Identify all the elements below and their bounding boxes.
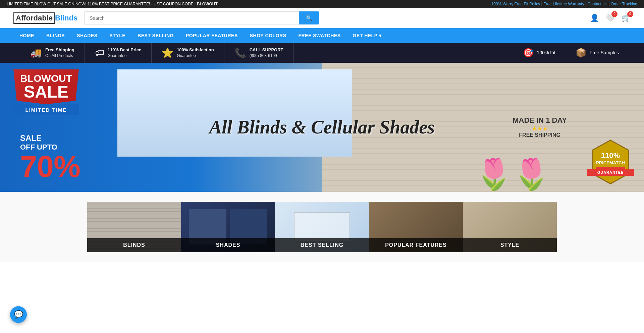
- feature-call-line2: (800) 863-6109: [250, 53, 283, 59]
- truck-icon: 🚚: [30, 47, 42, 58]
- free-shipping-label: FREE SHIPPING: [513, 132, 567, 138]
- price-tag-icon: 🏷: [95, 47, 104, 58]
- worry-free-link[interactable]: 100% Worry Free Fit Policy: [491, 2, 540, 6]
- blinds-label: BLINDS: [87, 238, 181, 252]
- features-right: 🎯 100% Fit 📦 Free Samples: [518, 44, 624, 62]
- navigation: HOME BLINDS SHADES STYLE BEST SELLING PO…: [0, 28, 644, 43]
- feature-sat-line1: 100% Satisfaction: [177, 47, 214, 53]
- nav-home[interactable]: HOME: [13, 28, 40, 43]
- cart-icon[interactable]: 🛒 0: [622, 14, 631, 22]
- hero-discount: SALE OFF UPTO 70%: [20, 133, 80, 182]
- wishlist-badge: 0: [611, 11, 618, 17]
- blowout-text: BLOWOUT: [20, 73, 72, 84]
- hero-window-opening: [117, 69, 352, 157]
- feature-100fit: 🎯 100% Fit: [518, 44, 560, 62]
- hero-flowers: 🌷🌷: [475, 157, 550, 192]
- nav-popular-features[interactable]: POPULAR FEATURES: [180, 28, 244, 43]
- nav-shades[interactable]: SHADES: [71, 28, 103, 43]
- limited-time-text: LIMITED TIME: [13, 104, 79, 115]
- nav-blinds[interactable]: BLINDS: [40, 28, 71, 43]
- nav-free-swatches[interactable]: FREE SWATCHES: [292, 28, 346, 43]
- pct-text: 110%: [596, 151, 625, 161]
- features-bar: 🚚 Free Shipping On All Products 🏷 110% B…: [0, 43, 644, 63]
- nav-style[interactable]: STYLE: [103, 28, 131, 43]
- made-in-1-day: MADE IN 1 DAY ★★★ FREE SHIPPING: [513, 116, 567, 138]
- bestselling-label: BEST SELLING: [275, 238, 369, 252]
- feature-satisfaction: ⭐ 100% Satisfaction Guarantee: [152, 43, 224, 63]
- top-bar-links: 100% Worry Free Fit Policy | Free Lifeti…: [491, 2, 637, 6]
- category-popular-features[interactable]: POPULAR FEATURES: [369, 202, 463, 252]
- account-icon[interactable]: 👤: [590, 14, 599, 22]
- header: Affordable Blinds 🔍 👤 🤍 0 🛒 0: [0, 8, 644, 28]
- main-title-text: All Blinds & Cellular Shades: [209, 116, 435, 138]
- feature-call-line1: CALL SUPPORT: [250, 47, 283, 53]
- shades-label: SHADES: [181, 238, 275, 252]
- stars-icon: ★★★: [513, 125, 567, 132]
- feature-price-line2: Guarantee: [108, 53, 141, 59]
- logo-blinds: Blinds: [55, 14, 77, 22]
- nav-get-help[interactable]: GET HELP ▾: [347, 28, 388, 43]
- feature-best-price: 🏷 110% Best Price Guarantee: [85, 43, 152, 63]
- made-in-text: MADE IN 1 DAY: [513, 116, 567, 125]
- phone-icon: 📞: [234, 47, 246, 58]
- wishlist-icon[interactable]: 🤍 0: [606, 14, 615, 22]
- category-best-selling[interactable]: BEST SELLING: [275, 202, 369, 252]
- header-icons: 👤 🤍 0 🛒 0: [590, 14, 631, 22]
- hero-main-title: All Blinds & Cellular Shades: [209, 116, 435, 138]
- feature-free-shipping: 🚚 Free Shipping On All Products: [20, 43, 85, 63]
- fit-label: 100% Fit: [537, 50, 555, 55]
- chevron-down-icon: ▾: [379, 33, 382, 38]
- star-icon: ⭐: [162, 47, 173, 58]
- nav-best-selling[interactable]: BEST SELLING: [131, 28, 180, 43]
- top-bar: LIMITED TIME BLOW OUT SALE ON NOW! 110% …: [0, 0, 644, 8]
- sale-label: SALE: [20, 133, 80, 143]
- feature-call-support: 📞 CALL SUPPORT (800) 863-6109: [224, 43, 294, 63]
- warranty-link[interactable]: Free Lifetime Warranty: [543, 2, 584, 6]
- feature-shipping-line2: On All Products: [45, 53, 74, 59]
- contact-link[interactable]: Contact Us: [587, 2, 607, 6]
- nav-shop-colors[interactable]: SHOP COLORS: [244, 28, 292, 43]
- category-shades[interactable]: SHADES: [181, 202, 275, 252]
- fit-icon: 🎯: [523, 48, 534, 58]
- promo-text: LIMITED TIME BLOW OUT SALE ON NOW! 110% …: [7, 2, 218, 6]
- feature-shipping-line1: Free Shipping: [45, 47, 74, 53]
- category-blinds[interactable]: BLINDS: [87, 202, 181, 252]
- search-bar: 🔍: [84, 11, 319, 24]
- hero-banner: BLOWOUT SALE LIMITED TIME SALE OFF UPTO …: [0, 63, 644, 192]
- sale-text: SALE: [20, 84, 72, 100]
- samples-icon: 📦: [576, 48, 586, 58]
- logo[interactable]: Affordable Blinds: [13, 12, 77, 24]
- guarantee-ribbon: GUARANTEE: [587, 169, 634, 176]
- samples-label: Free Samples: [590, 50, 619, 55]
- search-button[interactable]: 🔍: [299, 11, 319, 24]
- category-cards: BLINDS SHADES BEST SELLING POPULAR FEATU…: [0, 192, 644, 262]
- discount-percent: 70%: [20, 152, 80, 182]
- logo-affordable: Affordable: [13, 12, 55, 24]
- search-input[interactable]: [84, 11, 299, 24]
- pricematch-text: PRICEMATCH: [596, 160, 625, 166]
- popular-label: POPULAR FEATURES: [369, 238, 463, 252]
- price-match-badge: 110% PRICEMATCH GUARANTEE GUARANTEE: [590, 139, 631, 185]
- order-tracking-link[interactable]: Order Tracking: [611, 2, 637, 6]
- cart-badge: 0: [627, 11, 633, 17]
- blowout-badge: BLOWOUT SALE LIMITED TIME: [13, 69, 79, 115]
- feature-sat-line2: Guarantee: [177, 53, 214, 59]
- feature-price-line1: 110% Best Price: [108, 47, 141, 53]
- feature-free-samples: 📦 Free Samples: [571, 44, 624, 62]
- category-style[interactable]: STYLE: [463, 202, 557, 252]
- style-label: STYLE: [463, 238, 557, 252]
